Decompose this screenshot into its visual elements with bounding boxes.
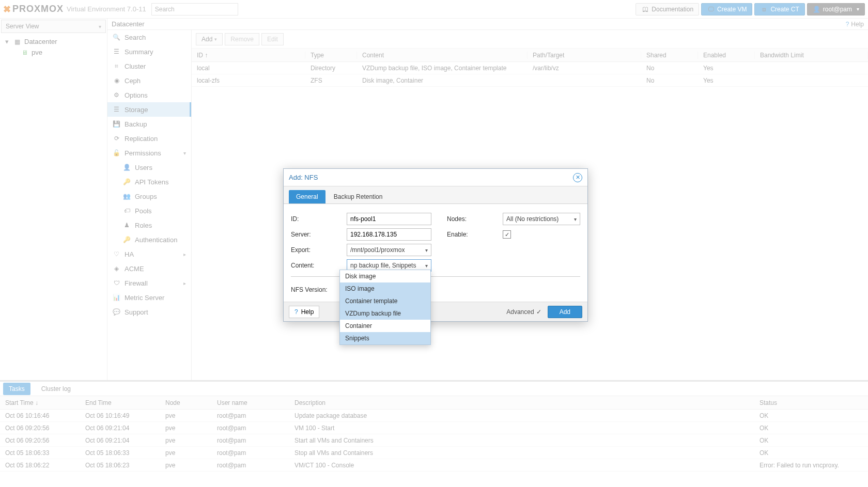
col-type[interactable]: Type bbox=[305, 52, 357, 59]
dialog-title: Add: NFS bbox=[289, 174, 318, 181]
dropdown-option[interactable]: Snippets bbox=[340, 332, 430, 344]
tree-node-pve[interactable]: 🖥pve bbox=[0, 47, 107, 58]
lock-icon: 🔓 bbox=[113, 149, 120, 157]
book-icon: 🕮 bbox=[641, 5, 649, 13]
nav-summary[interactable]: ☰Summary bbox=[107, 44, 191, 59]
tab-backup-retention[interactable]: Backup Retention bbox=[327, 190, 390, 203]
view-selector[interactable]: Server View▾ bbox=[1, 20, 106, 33]
nav-groups[interactable]: 👥Groups bbox=[107, 189, 191, 203]
tab-tasks[interactable]: Tasks bbox=[3, 383, 30, 395]
chevron-down-icon: ▾ bbox=[425, 247, 428, 253]
nav-cluster[interactable]: ⌗Cluster bbox=[107, 59, 191, 73]
dropdown-option[interactable]: ISO image bbox=[340, 282, 430, 295]
storage-row[interactable]: local-zfsZFSDisk image, ContainerNoYes bbox=[192, 74, 868, 87]
nav-backup[interactable]: 💾Backup bbox=[107, 117, 191, 131]
log-col-user[interactable]: User name bbox=[212, 396, 289, 409]
database-icon: ☰ bbox=[113, 106, 120, 114]
nav-search[interactable]: 🔍Search bbox=[107, 30, 191, 44]
help-icon: ? bbox=[295, 308, 298, 316]
export-combo[interactable]: /mnt/pool1/proxmox▾ bbox=[347, 244, 431, 256]
search-icon: 🔍 bbox=[113, 34, 120, 41]
documentation-button[interactable]: 🕮Documentation bbox=[636, 3, 699, 15]
global-search-input[interactable] bbox=[151, 3, 238, 15]
close-button[interactable]: ✕ bbox=[573, 173, 582, 182]
tab-cluster-log[interactable]: Cluster log bbox=[36, 383, 76, 395]
nav-storage[interactable]: ☰Storage bbox=[107, 102, 191, 117]
nav-ceph[interactable]: ◉Ceph bbox=[107, 73, 191, 88]
top-header: ✖PROXMOX Virtual Environment 7.0-11 🕮Doc… bbox=[0, 0, 868, 19]
nav-authentication[interactable]: 🔑Authentication bbox=[107, 232, 191, 247]
nav-metric[interactable]: 📊Metric Server bbox=[107, 290, 191, 305]
storage-row[interactable]: localDirectoryVZDump backup file, ISO im… bbox=[192, 62, 868, 74]
tree-datacenter[interactable]: ▾▦Datacenter bbox=[0, 36, 107, 47]
user-icon: 👤 bbox=[813, 5, 820, 13]
log-col-start[interactable]: Start Time ↓ bbox=[0, 396, 80, 409]
log-row[interactable]: Oct 05 18:06:22Oct 05 18:06:23pveroot@pa… bbox=[0, 459, 868, 472]
nav-firewall[interactable]: 🛡Firewall▸ bbox=[107, 276, 191, 290]
help-link[interactable]: ?Help bbox=[846, 21, 864, 28]
log-col-status[interactable]: Status bbox=[754, 396, 868, 409]
nav-api-tokens[interactable]: 🔑API Tokens bbox=[107, 175, 191, 189]
heartbeat-icon: ♡ bbox=[113, 250, 120, 258]
tab-general[interactable]: General bbox=[289, 190, 326, 203]
monitor-icon: 🖵 bbox=[707, 5, 715, 13]
help-button[interactable]: ?Help bbox=[289, 306, 319, 318]
dropdown-option[interactable]: Container template bbox=[340, 295, 430, 307]
key-icon: 🔑 bbox=[123, 236, 131, 244]
create-vm-button[interactable]: 🖵Create VM bbox=[701, 3, 752, 15]
nav-support[interactable]: 💬Support bbox=[107, 305, 191, 319]
col-enabled[interactable]: Enabled bbox=[698, 52, 755, 59]
id-label: ID: bbox=[291, 215, 347, 223]
col-content[interactable]: Content bbox=[357, 52, 528, 59]
dropdown-option[interactable]: VZDump backup file bbox=[340, 307, 430, 320]
log-row[interactable]: Oct 06 09:20:56Oct 06 09:21:04pveroot@pa… bbox=[0, 434, 868, 447]
users-icon: 👥 bbox=[123, 193, 131, 200]
nfs-version-label: NFS Version: bbox=[291, 286, 347, 293]
chevron-right-icon: ▸ bbox=[183, 280, 186, 286]
log-row[interactable]: Oct 06 09:20:56Oct 06 09:21:04pveroot@pa… bbox=[0, 422, 868, 434]
cluster-icon: ⌗ bbox=[113, 62, 120, 70]
id-input[interactable] bbox=[347, 213, 431, 225]
log-row[interactable]: Oct 05 18:06:33Oct 05 18:06:33pveroot@pa… bbox=[0, 447, 868, 459]
nav-pools[interactable]: 🏷Pools bbox=[107, 203, 191, 218]
col-path[interactable]: Path/Target bbox=[528, 52, 641, 59]
remove-button[interactable]: Remove bbox=[225, 33, 259, 45]
chart-icon: 📊 bbox=[113, 294, 120, 302]
col-bw[interactable]: Bandwidth Limit bbox=[755, 52, 868, 59]
task-log-panel: Tasks Cluster log Start Time ↓ End Time … bbox=[0, 380, 868, 487]
nav-permissions[interactable]: 🔓Permissions▾ bbox=[107, 146, 191, 160]
dropdown-option[interactable]: Disk image bbox=[340, 270, 430, 282]
log-col-end[interactable]: End Time bbox=[80, 396, 160, 409]
log-col-node[interactable]: Node bbox=[160, 396, 212, 409]
edit-button[interactable]: Edit bbox=[261, 33, 284, 45]
nodes-label: Nodes: bbox=[447, 215, 503, 223]
advanced-toggle[interactable]: Advanced✓ bbox=[506, 308, 543, 316]
log-col-desc[interactable]: Description bbox=[289, 396, 754, 409]
sync-icon: ⟳ bbox=[113, 135, 120, 143]
col-id[interactable]: ID ↑ bbox=[192, 52, 305, 59]
dropdown-option[interactable]: Container bbox=[340, 320, 430, 332]
user-icon: 👤 bbox=[123, 164, 131, 171]
nav-acme[interactable]: ◈ACME bbox=[107, 261, 191, 276]
enable-checkbox[interactable]: ✓ bbox=[503, 230, 511, 239]
nav-ha[interactable]: ♡HA▸ bbox=[107, 247, 191, 261]
add-nfs-dialog: Add: NFS ✕ General Backup Retention ID: … bbox=[283, 168, 588, 322]
nav-replication[interactable]: ⟳Replication bbox=[107, 131, 191, 146]
content-label: Content: bbox=[291, 262, 347, 269]
config-sidebar: 🔍Search ☰Summary ⌗Cluster ◉Ceph ⚙Options… bbox=[107, 30, 192, 380]
tags-icon: 🏷 bbox=[123, 207, 131, 215]
chevron-down-icon: ▾ bbox=[425, 263, 428, 269]
user-menu-button[interactable]: 👤root@pam▾ bbox=[807, 3, 865, 15]
add-button[interactable]: Add▾ bbox=[196, 33, 223, 45]
nodes-combo[interactable]: All (No restrictions)▾ bbox=[503, 213, 580, 225]
nav-options[interactable]: ⚙Options bbox=[107, 88, 191, 102]
nav-roles[interactable]: ♟Roles bbox=[107, 218, 191, 232]
col-shared[interactable]: Shared bbox=[641, 52, 698, 59]
server-input[interactable] bbox=[347, 228, 431, 241]
male-icon: ♟ bbox=[123, 222, 131, 229]
add-submit-button[interactable]: Add bbox=[548, 306, 582, 318]
nav-users[interactable]: 👤Users bbox=[107, 160, 191, 175]
log-row[interactable]: Oct 06 10:16:46Oct 06 10:16:49pveroot@pa… bbox=[0, 410, 868, 422]
create-ct-button[interactable]: ⧈Create CT bbox=[754, 3, 804, 15]
breadcrumb: Datacenter ?Help bbox=[107, 19, 868, 30]
